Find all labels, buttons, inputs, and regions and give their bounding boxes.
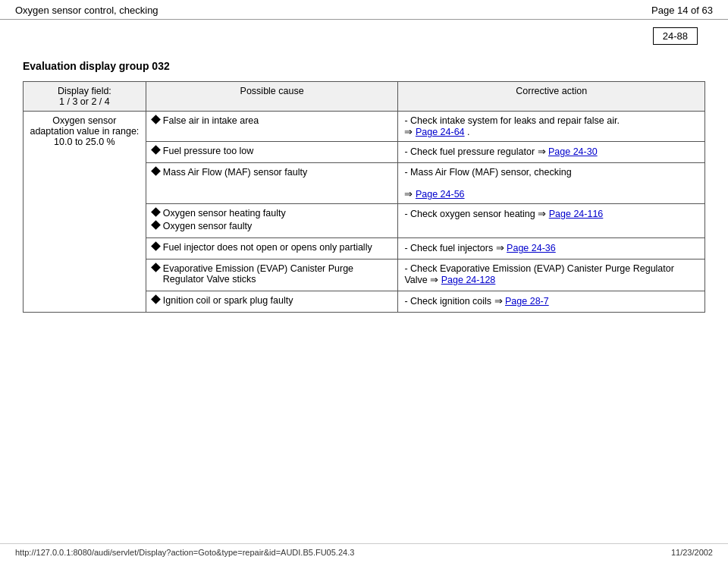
cause-text-2: Fuel pressure too low — [163, 146, 392, 156]
table-row: Oxygen sensor adaptation value in range:… — [24, 112, 705, 142]
link-28-7[interactable]: Page 28-7 — [505, 296, 549, 307]
action-cell-7: - Check ignition coils ⇒ Page 28-7 — [398, 291, 705, 313]
link-24-36[interactable]: Page 24-36 — [507, 243, 556, 253]
cause-cell-7: Ignition coil or spark plug faulty — [146, 291, 398, 313]
display-field-cell: Oxygen sensor adaptation value in range:… — [24, 112, 146, 313]
action-cell-6: - Check Evaporative Emission (EVAP) Cani… — [398, 259, 705, 291]
action-cell-2: - Check fuel pressure regulator ⇒ Page 2… — [398, 142, 705, 163]
page-number: 24-88 — [653, 27, 698, 45]
link-24-128[interactable]: Page 24-128 — [441, 275, 496, 285]
action-cell-5: - Check fuel injectors ⇒ Page 24-36 — [398, 238, 705, 259]
bullet-icon-1 — [151, 115, 161, 124]
link-24-56[interactable]: Page 24-56 — [416, 189, 465, 200]
link-24-64[interactable]: Page 24-64 — [416, 127, 465, 137]
col-header-display: Display field:1 / 3 or 2 / 4 — [24, 82, 146, 112]
footer-url: http://127.0.0.1:8080/audi/servlet/Displ… — [15, 548, 354, 557]
col-header-action: Corrective action — [398, 82, 705, 112]
link-24-116[interactable]: Page 24-116 — [549, 209, 604, 219]
cause-text-4a: Oxygen sensor heating faulty — [163, 208, 392, 219]
col-header-cause: Possible cause — [146, 82, 398, 112]
cause-cell-6: Evaporative Emission (EVAP) Canister Pur… — [146, 259, 398, 291]
cause-text-5: Fuel injector does not open or opens onl… — [163, 242, 392, 253]
bullet-icon-2 — [151, 145, 161, 155]
cause-text-6: Evaporative Emission (EVAP) Canister Pur… — [163, 263, 392, 285]
cause-text-4b: Oxygen sensor faulty — [163, 221, 392, 231]
bullet-icon-5 — [151, 241, 161, 251]
cause-text-7: Ignition coil or spark plug faulty — [163, 295, 392, 306]
bullet-icon-6 — [151, 263, 161, 272]
cause-cell-4: Oxygen sensor heating faulty Oxygen sens… — [146, 204, 398, 238]
bullet-icon-3 — [151, 166, 161, 176]
action-cell-3: - Mass Air Flow (MAF) sensor, checking ⇒… — [398, 163, 705, 204]
bullet-icon-4b — [151, 220, 161, 230]
footer-date: 11/23/2002 — [671, 548, 713, 557]
bullet-icon-7 — [151, 294, 161, 304]
link-24-30[interactable]: Page 24-30 — [548, 146, 598, 157]
action-cell-4: - Check oxygen sensor heating ⇒ Page 24-… — [398, 204, 705, 238]
header-page: Page 14 of 63 — [651, 5, 713, 16]
cause-cell-3: Mass Air Flow (MAF) sensor faulty — [146, 163, 398, 204]
cause-cell-5: Fuel injector does not open or opens onl… — [146, 238, 398, 259]
cause-cell-1: False air in intake area — [146, 112, 398, 142]
cause-cell-2: Fuel pressure too low — [146, 142, 398, 163]
diagnostic-table: Display field:1 / 3 or 2 / 4 Possible ca… — [23, 81, 705, 313]
bullet-icon-4a — [151, 207, 161, 217]
cause-text-3: Mass Air Flow (MAF) sensor faulty — [163, 167, 392, 178]
header-title: Oxygen sensor control, checking — [15, 5, 158, 16]
action-cell-1: - Check intake system for leaks and repa… — [398, 112, 705, 142]
cause-text-1: False air in intake area — [163, 115, 392, 126]
section-title: Evaluation display group 032 — [23, 60, 705, 72]
